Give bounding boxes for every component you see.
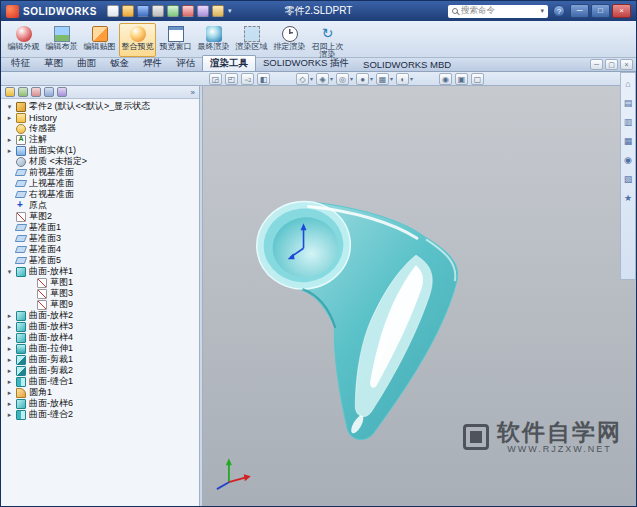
expand-arrow-icon[interactable]: ▸ [6,334,13,342]
watermark-logo-icon [463,424,489,450]
graphics-area[interactable]: 软件自学网 WWW.RJZXW.NET [203,86,636,506]
ribbon-button[interactable]: 编辑外观 [5,23,42,57]
zoom-fit-icon[interactable]: ◲ [209,73,222,85]
previous-view-icon[interactable]: ◅ [241,73,254,85]
command-tab[interactable]: 特征 [4,56,37,71]
command-tab[interactable]: SOLIDWORKS 插件 [256,56,356,71]
expand-arrow-icon[interactable]: ▸ [6,136,13,144]
tree-item[interactable]: 草图3 [3,288,199,299]
tree-item-icon [15,246,28,253]
tree-item-icon [16,311,26,321]
resources-home-icon[interactable]: ⌂ [625,79,630,89]
tree-item[interactable]: 草图1 [3,277,199,288]
expand-arrow-icon[interactable]: ▸ [6,356,13,364]
new-file-icon[interactable] [107,5,119,17]
full-screen-icon[interactable]: ▢ [471,73,484,85]
command-tab[interactable]: 焊件 [136,56,169,71]
command-tab[interactable]: 钣金 [103,56,136,71]
doc-close-icon[interactable]: × [620,59,633,70]
undo-icon[interactable] [167,5,179,17]
expand-arrow-icon[interactable]: ▾ [6,268,13,276]
property-manager-tab-icon[interactable] [18,87,28,97]
panel-more-icon[interactable]: » [191,88,195,97]
ribbon-button[interactable]: 排定渲染 [271,23,308,57]
ribbon-button[interactable]: 编辑贴图 [81,23,118,57]
ribbon-button[interactable]: 渲染区域 [233,23,270,57]
file-properties-icon[interactable] [197,5,209,17]
ribbon-button[interactable]: 整合预览 [119,23,156,57]
expand-arrow-icon[interactable]: ▸ [6,323,13,331]
expand-arrow-icon[interactable]: ▸ [6,411,13,419]
expand-arrow-icon[interactable]: ▸ [6,400,13,408]
tree-item[interactable]: ▾ 零件2 (默认<<默认>_显示状态 [3,101,199,112]
expand-arrow-icon[interactable]: ▾ [6,103,13,111]
expand-arrow-icon[interactable]: ▸ [6,312,13,320]
command-tab[interactable]: 曲面 [70,56,103,71]
expand-arrow-icon[interactable]: ▸ [6,378,13,386]
apply-scene-icon[interactable]: ▦ [376,73,389,85]
display-manager-tab-icon[interactable] [57,87,67,97]
view-settings-icon[interactable]: ◐ [396,73,409,85]
maximize-button[interactable]: □ [591,4,610,18]
tree-item-icon [16,146,26,156]
print-icon[interactable] [152,5,164,17]
command-tab[interactable]: 渲染工具 [202,55,256,71]
camera-icon[interactable]: ◉ [439,73,452,85]
view-palette-icon[interactable]: ▦ [624,136,633,146]
options-icon[interactable] [212,5,224,17]
photoview-options-icon[interactable]: ▣ [455,73,468,85]
help-icon[interactable] [553,5,565,17]
command-tab[interactable]: SOLIDWORKS MBD [356,58,458,71]
tree-item-icon [37,278,47,288]
minimize-button[interactable]: ─ [570,4,589,18]
panel-header: » [1,86,199,99]
save-icon[interactable] [137,5,149,17]
search-chevron-down-icon[interactable] [540,7,544,15]
doc-restore-icon[interactable]: ▢ [605,59,618,70]
expand-arrow-icon[interactable]: ▸ [6,389,13,397]
doc-minimize-icon[interactable]: ─ [590,59,603,70]
toolbar-chevron-down-icon[interactable] [228,7,232,15]
file-explorer-icon[interactable]: ▥ [624,117,633,127]
ribbon-button[interactable]: 预览窗口 [157,23,194,57]
tree-item[interactable]: ▸ 曲面-缝合2 [3,409,199,420]
appearances-scenes-icon[interactable]: ◉ [624,155,632,165]
command-search-input[interactable]: 搜索命令 [448,5,548,18]
search-icon [452,8,458,14]
open-file-icon[interactable] [122,5,134,17]
solidworks-logo-icon [6,5,19,18]
hide-show-items-icon[interactable]: ◎ [336,73,349,85]
forum-icon[interactable]: ★ [624,193,632,203]
expand-arrow-icon[interactable]: ▸ [6,114,13,122]
watermark: 软件自学网 WWW.RJZXW.NET [463,420,622,454]
display-style-icon[interactable]: ◈ [316,73,329,85]
dimxpert-manager-tab-icon[interactable] [44,87,54,97]
tree-item-icon [37,289,47,299]
ribbon-button[interactable]: 编辑布景 [43,23,80,57]
section-view-icon[interactable]: ◧ [257,73,270,85]
close-button[interactable]: × [612,4,631,18]
tree-item-icon [16,201,26,211]
expand-arrow-icon[interactable]: ▸ [6,147,13,155]
command-tab[interactable]: 评估 [169,56,202,71]
render-tools-ribbon: 编辑外观 编辑布景 编辑贴图 整合预览 预览窗口 [1,21,636,58]
tree-item[interactable]: ▾ 曲面-放样1 [3,266,199,277]
model-part [252,197,457,440]
design-library-icon[interactable]: ▤ [624,98,633,108]
ribbon-button[interactable]: 最终渲染 [195,23,232,57]
custom-properties-icon[interactable]: ▧ [624,174,633,184]
feature-manager-tab-icon[interactable] [5,87,15,97]
rebuild-icon[interactable] [182,5,194,17]
tree-item-label: 零件2 (默认<<默认>_显示状态 [29,100,150,113]
zoom-area-icon[interactable]: ◰ [225,73,238,85]
edit-appearance-icon[interactable]: ● [356,73,369,85]
ribbon-button[interactable]: 召回上次渲染 [309,23,346,57]
command-tab[interactable]: 草图 [37,56,70,71]
tree-item-icon [16,355,26,365]
expand-arrow-icon[interactable]: ▸ [6,367,13,375]
brand-text: SOLIDWORKS [23,6,97,17]
expand-arrow-icon[interactable]: ▸ [6,345,13,353]
quick-access-toolbar [107,5,224,17]
view-orientation-icon[interactable]: ◇ [296,73,309,85]
configuration-manager-tab-icon[interactable] [31,87,41,97]
